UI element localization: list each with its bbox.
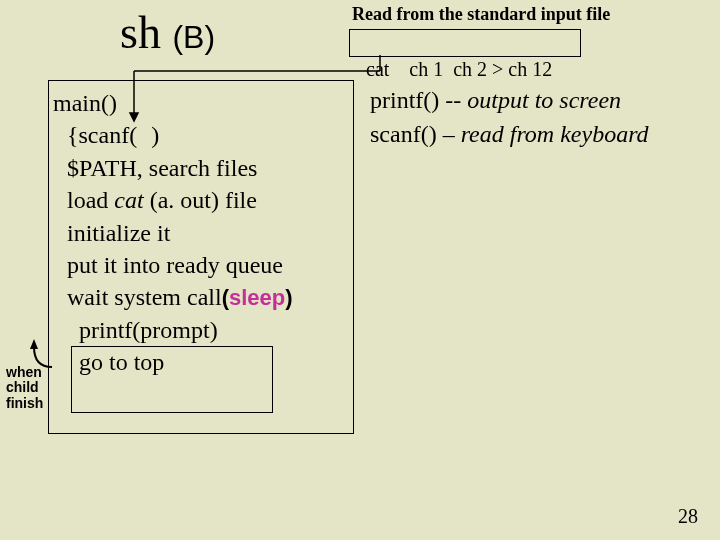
title-suffix: (B) (172, 19, 215, 55)
code-line-queue: put it into ready queue (53, 249, 343, 281)
note-scanf: scanf() – read from keyboard (370, 118, 649, 152)
title-main: sh (120, 7, 161, 58)
side-note: when child finish (6, 365, 46, 411)
page-number: 28 (678, 505, 698, 528)
code-line-scanf: {scanf() (53, 119, 343, 151)
code-line-wait: wait system call(sleep) (53, 281, 343, 313)
inner-box (71, 346, 273, 413)
code-line-printf: printf(prompt) (53, 314, 343, 346)
code-line-path: $PATH, search files (53, 152, 343, 184)
code-line-main: main() (53, 87, 343, 119)
page-title: sh (B) (120, 6, 215, 59)
note-printf: printf() -- output to screen (370, 84, 649, 118)
stdin-label: Read from the standard input file (352, 4, 610, 25)
svg-marker-4 (30, 339, 38, 349)
command-box: cat ch 1 ch 2 > ch 12 (349, 29, 581, 57)
code-line-load: load cat (a. out) file (53, 184, 343, 216)
notes: printf() -- output to screen scanf() – r… (370, 84, 649, 151)
code-line-init: initialize it (53, 217, 343, 249)
